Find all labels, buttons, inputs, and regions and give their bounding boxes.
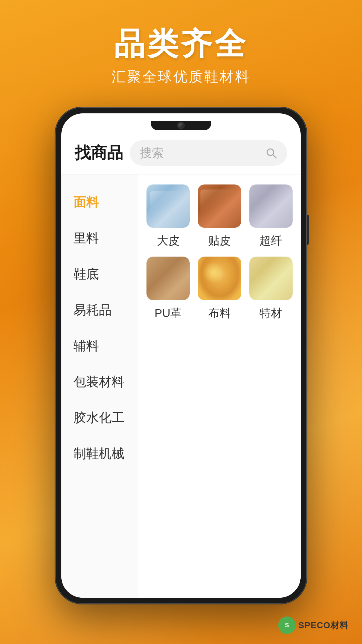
watermark: S SPECO材料 xyxy=(278,616,349,634)
product-item-chaoxian[interactable]: 超纤 xyxy=(249,184,293,249)
phone-side-button xyxy=(307,215,309,245)
find-product-label: 找商品 xyxy=(75,142,123,164)
sidebar-item-sole[interactable]: 鞋底 xyxy=(61,256,138,292)
sidebar-item-machinery[interactable]: 制鞋机械 xyxy=(61,436,138,472)
product-item-buliao[interactable]: 布料 xyxy=(198,257,241,321)
product-label-buliao: 布料 xyxy=(208,306,231,321)
product-thumb-pu xyxy=(146,257,190,300)
product-item-tiepi[interactable]: 贴皮 xyxy=(198,184,241,249)
sidebar-item-glue[interactable]: 胶水化工 xyxy=(61,400,138,436)
phone-frame: 找商品 搜索 面料 xyxy=(55,107,307,604)
product-label-dapi: 大皮 xyxy=(157,233,180,249)
sidebar-item-consumables[interactable]: 易耗品 xyxy=(61,292,138,328)
product-thumb-chaoxian xyxy=(249,184,293,228)
sidebar: 面料 里料 鞋底 易耗品 辅料 xyxy=(61,174,138,598)
svg-text:S: S xyxy=(285,622,289,629)
search-bar[interactable]: 搜索 xyxy=(130,140,287,166)
watermark-label: SPECO材料 xyxy=(298,620,349,631)
main-layout: 面料 里料 鞋底 易耗品 辅料 xyxy=(61,174,301,598)
product-label-tiepi: 贴皮 xyxy=(208,233,231,249)
sidebar-item-lining[interactable]: 里料 xyxy=(61,220,138,256)
product-label-pu: PU革 xyxy=(155,306,182,321)
screen-content: 找商品 搜索 面料 xyxy=(61,113,301,598)
product-label-tecai: 特材 xyxy=(259,306,282,321)
product-thumb-dapi xyxy=(146,184,190,228)
product-thumb-buliao xyxy=(198,257,241,300)
product-item-tecai[interactable]: 特材 xyxy=(249,257,293,321)
phone-screen: 找商品 搜索 面料 xyxy=(61,113,301,598)
speco-logo: S xyxy=(278,616,296,634)
sidebar-item-accessories[interactable]: 辅料 xyxy=(61,328,138,364)
product-item-dapi[interactable]: 大皮 xyxy=(146,184,190,249)
product-thumb-tiepi xyxy=(198,184,241,228)
phone-mockup: 找商品 搜索 面料 xyxy=(55,107,307,604)
search-icon xyxy=(265,147,277,159)
product-grid: 大皮 贴皮 超纤 xyxy=(146,184,293,321)
camera-icon xyxy=(177,122,185,129)
product-label-chaoxian: 超纤 xyxy=(259,233,282,249)
page-header: 品类齐全 汇聚全球优质鞋材料 xyxy=(0,0,362,100)
main-title: 品类齐全 xyxy=(0,27,362,61)
sub-title: 汇聚全球优质鞋材料 xyxy=(0,67,362,86)
sidebar-item-packaging[interactable]: 包装材料 xyxy=(61,364,138,400)
svg-line-1 xyxy=(273,155,276,158)
product-item-pu[interactable]: PU革 xyxy=(146,257,190,321)
product-thumb-tecai xyxy=(249,257,293,300)
search-placeholder: 搜索 xyxy=(140,145,260,161)
phone-notch xyxy=(151,121,211,130)
sidebar-item-face-material[interactable]: 面料 xyxy=(61,184,138,220)
product-content-area: 大皮 贴皮 超纤 xyxy=(138,174,301,598)
